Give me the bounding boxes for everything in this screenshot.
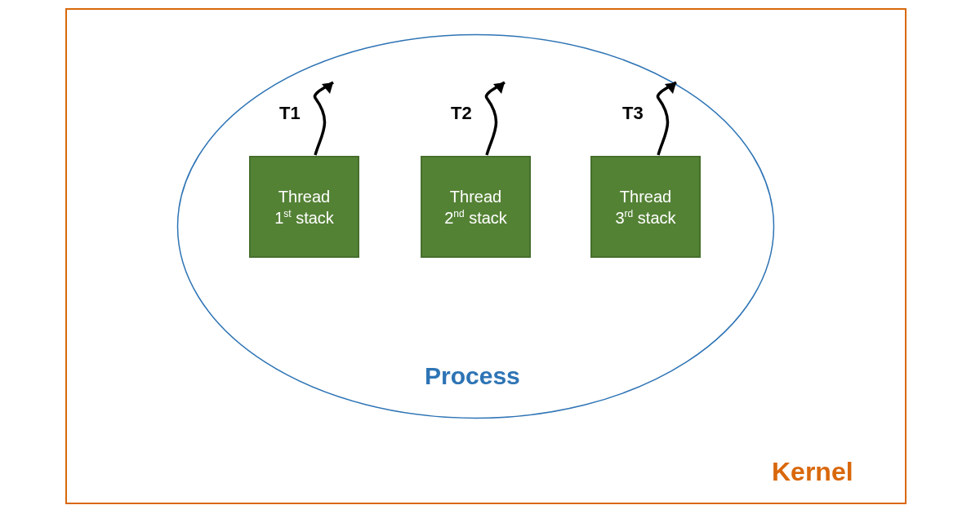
thread-arrow-2 (480, 78, 537, 159)
process-label: Process (425, 362, 520, 390)
thread-tag-3: T3 (622, 103, 644, 124)
thread-arrow-1 (309, 78, 366, 159)
thread-box-2-line2: 2nd stack (444, 207, 507, 228)
thread-box-3-line2: 3rd stack (615, 207, 675, 228)
thread-box-3: Thread 3rd stack (590, 156, 701, 258)
thread-box-1-line2: 1st stack (274, 207, 334, 228)
thread-box-3-line1: Thread (620, 186, 671, 207)
thread-box-1-line1: Thread (278, 186, 330, 207)
thread-box-2-line1: Thread (450, 186, 501, 207)
kernel-label: Kernel (772, 457, 853, 487)
thread-tag-2: T2 (451, 103, 472, 124)
thread-arrow-3 (652, 78, 709, 159)
thread-box-1: Thread 1st stack (249, 156, 359, 258)
thread-box-2: Thread 2nd stack (421, 156, 531, 258)
thread-tag-1: T1 (279, 103, 301, 124)
